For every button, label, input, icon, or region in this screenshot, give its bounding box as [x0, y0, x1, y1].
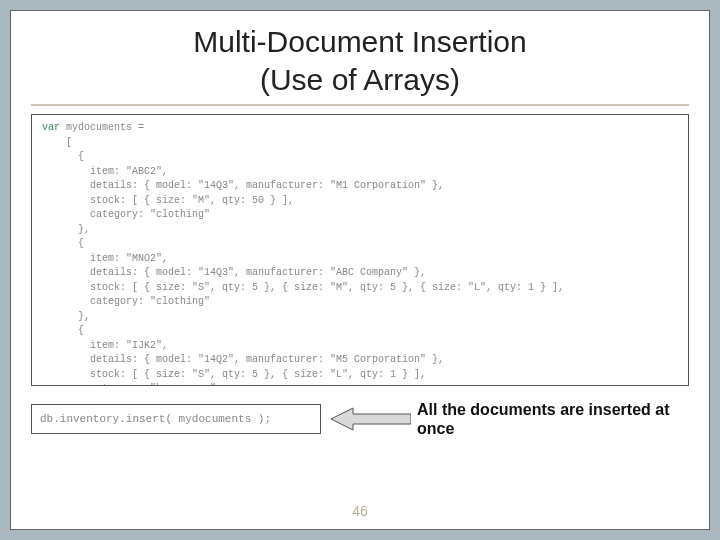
- bottom-row: db.inventory.insert( mydocuments ); All …: [31, 396, 689, 444]
- code-body: [ { item: "ABC2", details: { model: "14Q…: [42, 137, 564, 387]
- slide-inner: Multi-Document Insertion (Use of Arrays)…: [10, 10, 710, 530]
- title-line-2: (Use of Arrays): [260, 63, 460, 96]
- insert-statement: db.inventory.insert( mydocuments );: [40, 413, 271, 425]
- slide-title: Multi-Document Insertion (Use of Arrays): [31, 23, 689, 98]
- code-block-insert: db.inventory.insert( mydocuments );: [31, 404, 321, 434]
- callout-caption: All the documents are inserted at once: [417, 400, 677, 438]
- code-block-main: var mydocuments = [ { item: "ABC2", deta…: [31, 114, 689, 386]
- arrow-left-icon: [331, 406, 411, 432]
- title-line-1: Multi-Document Insertion: [193, 25, 526, 58]
- title-divider: [31, 104, 689, 106]
- page-number: 46: [11, 503, 709, 519]
- code-line1-rest: mydocuments =: [60, 122, 144, 133]
- code-keyword: var: [42, 122, 60, 133]
- slide-frame: Multi-Document Insertion (Use of Arrays)…: [0, 0, 720, 540]
- svg-marker-0: [331, 408, 411, 430]
